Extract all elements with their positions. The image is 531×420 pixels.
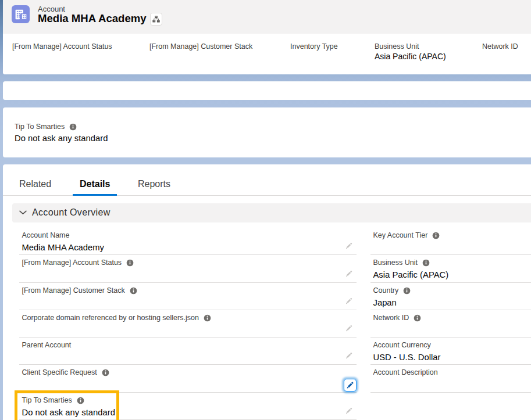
edit-pencil-icon[interactable] bbox=[345, 324, 353, 332]
field-label: Country bbox=[373, 286, 399, 295]
tab-reports[interactable]: Reports bbox=[131, 179, 177, 195]
detail-field-row: Client Specific Request bbox=[19, 365, 357, 392]
detail-field-row: Tip To SmartiesDo not ask any standard bbox=[19, 393, 357, 420]
info-icon[interactable] bbox=[126, 259, 134, 267]
highlight-field: Inventory Type bbox=[290, 42, 375, 74]
field-label: Client Specific Request bbox=[22, 368, 97, 377]
detail-field-row: Business UnitAsia Pacific (APAC) bbox=[370, 255, 531, 282]
edit-pencil-icon[interactable] bbox=[345, 407, 353, 415]
view-hierarchy-button[interactable] bbox=[150, 13, 162, 26]
highlight-field-label: Inventory Type bbox=[290, 42, 375, 51]
tab-related[interactable]: Related bbox=[12, 179, 58, 195]
highlight-field: [From Manage] Customer Stack bbox=[149, 42, 290, 74]
field-label: Key Account Tier bbox=[373, 231, 428, 240]
details-right-column: Key Account TierBusiness UnitAsia Pacifi… bbox=[370, 228, 531, 420]
section-title: Account Overview bbox=[32, 207, 111, 218]
field-label: Parent Account bbox=[22, 341, 72, 350]
detail-field-row: [From Manage] Account Status bbox=[19, 255, 357, 282]
info-icon[interactable] bbox=[77, 397, 84, 404]
record-header-top: Account Media MHA Academy bbox=[3, 0, 531, 34]
edit-pencil-icon[interactable] bbox=[345, 270, 353, 278]
edit-pencil-icon[interactable] bbox=[345, 351, 353, 360]
field-label: Business Unit bbox=[373, 259, 418, 267]
detail-field-row: Network ID bbox=[370, 310, 531, 338]
highlights-panel: [From Manage] Account Status [From Manag… bbox=[3, 34, 531, 74]
edit-pencil-icon[interactable] bbox=[345, 242, 353, 250]
edit-pencil-icon[interactable] bbox=[345, 297, 353, 305]
info-icon[interactable] bbox=[432, 232, 440, 239]
detail-field-row: [From Manage] Customer Stack bbox=[19, 283, 357, 310]
field-label: Account Description bbox=[373, 368, 438, 377]
detail-field-row: Parent Account bbox=[19, 338, 357, 365]
info-icon[interactable] bbox=[69, 123, 77, 131]
info-icon[interactable] bbox=[403, 287, 411, 295]
field-label: Tip To Smarties bbox=[22, 396, 72, 405]
field-value: USD - U.S. Dollar bbox=[373, 352, 531, 362]
highlight-field-label: Network ID bbox=[482, 42, 531, 51]
field-label: [From Manage] Account Status bbox=[22, 259, 122, 267]
field-value: Asia Pacific (APAC) bbox=[373, 270, 531, 280]
field-value: Media MHA Academy bbox=[22, 242, 357, 253]
detail-field-row: Account CurrencyUSD - U.S. Dollar bbox=[370, 338, 531, 365]
edit-pencil-button-focused[interactable] bbox=[344, 379, 357, 392]
details-form: Account NameMedia MHA Academy[From Manag… bbox=[19, 228, 531, 420]
detail-field-row: Key Account Tier bbox=[370, 228, 531, 255]
field-label: [From Manage] Customer Stack bbox=[22, 286, 125, 295]
detail-field-row: CountryJapan bbox=[370, 283, 531, 310]
account-buildings-icon bbox=[12, 5, 30, 23]
highlight-field: [From Manage] Account Status bbox=[12, 42, 149, 74]
field-label: Account Currency bbox=[373, 341, 431, 350]
record-header-card: Account Media MHA Academy bbox=[3, 0, 531, 74]
org-hierarchy-icon bbox=[152, 16, 160, 23]
highlight-field: Business Unit Asia Pacific (APAC) bbox=[375, 42, 482, 74]
empty-panel-card bbox=[3, 81, 531, 100]
field-label: Corporate domain referenced by or hostin… bbox=[22, 314, 199, 322]
field-label: Account Name bbox=[22, 231, 70, 240]
chevron-down-icon bbox=[19, 210, 27, 215]
record-detail-card: Related Details Reports Account Overview… bbox=[3, 164, 531, 420]
details-left-column: Account NameMedia MHA Academy[From Manag… bbox=[19, 228, 357, 420]
tab-details[interactable]: Details bbox=[73, 179, 117, 195]
tip-to-smarties-card: Tip To Smarties Do not ask any standard bbox=[3, 107, 531, 157]
highlight-field-label: [From Manage] Account Status bbox=[12, 42, 149, 51]
tip-card-value: Do not ask any standard bbox=[15, 133, 531, 144]
record-tabbar: Related Details Reports bbox=[3, 164, 531, 196]
tip-card-label: Tip To Smarties bbox=[15, 123, 65, 131]
highlight-field: Network ID bbox=[482, 42, 531, 74]
field-value: Do not ask any standard bbox=[22, 407, 357, 418]
info-icon[interactable] bbox=[422, 259, 430, 267]
detail-field-row: Account Description bbox=[370, 365, 531, 392]
info-icon[interactable] bbox=[102, 369, 109, 376]
field-label: Network ID bbox=[373, 314, 409, 322]
detail-field-row: Account NameMedia MHA Academy bbox=[19, 228, 357, 255]
highlight-field-label: Business Unit bbox=[375, 42, 482, 51]
info-icon[interactable] bbox=[204, 314, 211, 322]
page-canvas: Account Media MHA Academy bbox=[0, 0, 531, 420]
detail-field-row: Corporate domain referenced by or hostin… bbox=[19, 310, 357, 338]
info-icon[interactable] bbox=[130, 287, 137, 295]
field-value: Japan bbox=[373, 297, 531, 308]
section-account-overview[interactable]: Account Overview bbox=[12, 203, 531, 222]
highlight-field-label: [From Manage] Customer Stack bbox=[149, 42, 290, 51]
highlight-field-value: Asia Pacific (APAC) bbox=[375, 52, 482, 61]
info-icon[interactable] bbox=[414, 314, 421, 322]
record-title: Media MHA Academy bbox=[38, 12, 147, 25]
